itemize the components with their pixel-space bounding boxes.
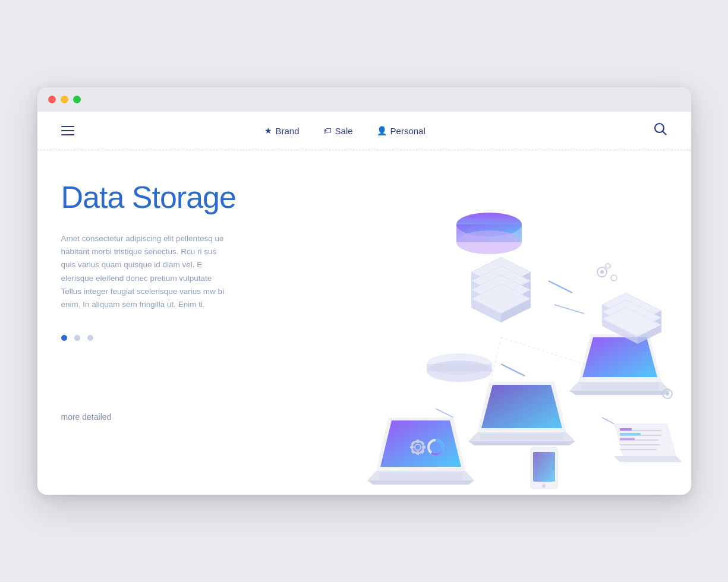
- svg-rect-44: [620, 433, 641, 435]
- search-button[interactable]: [654, 122, 667, 139]
- svg-point-49: [542, 484, 546, 488]
- dot-2[interactable]: [74, 335, 80, 341]
- isometric-illustration: [293, 162, 691, 495]
- user-icon: 👤: [377, 126, 387, 135]
- svg-line-1: [663, 132, 666, 135]
- svg-line-21: [436, 409, 453, 417]
- svg-rect-52: [417, 439, 419, 443]
- svg-line-17: [549, 281, 572, 293]
- nav-item-sale[interactable]: 🏷 Sale: [323, 126, 353, 136]
- hero-title: Data Storage: [61, 180, 299, 216]
- star-icon: ★: [264, 126, 272, 135]
- svg-line-18: [554, 305, 584, 314]
- svg-marker-33: [380, 420, 461, 467]
- svg-marker-30: [468, 441, 575, 445]
- minimize-button[interactable]: [61, 96, 68, 103]
- maximize-button[interactable]: [73, 96, 81, 103]
- dot-3[interactable]: [87, 335, 93, 341]
- dot-1[interactable]: [61, 335, 67, 341]
- sale-label: Sale: [335, 126, 353, 136]
- svg-line-19: [501, 364, 525, 376]
- svg-point-63: [600, 270, 604, 274]
- browser-window: ★ Brand 🏷 Sale 👤 Personal: [37, 87, 691, 495]
- svg-point-67: [666, 392, 669, 396]
- hero-section: Data Storage Amet consectetur adipiscing…: [37, 150, 691, 495]
- hamburger-menu[interactable]: [61, 126, 74, 135]
- svg-point-79: [427, 360, 492, 382]
- traffic-lights: [48, 96, 81, 112]
- slide-dots: [61, 335, 299, 341]
- svg-marker-23: [582, 337, 657, 377]
- nav-links: ★ Brand 🏷 Sale 👤 Personal: [264, 126, 426, 136]
- svg-marker-25: [569, 391, 670, 395]
- more-detailed-link[interactable]: more detailed: [61, 412, 299, 422]
- svg-marker-46: [614, 456, 682, 462]
- svg-marker-28: [481, 385, 562, 428]
- svg-rect-53: [417, 451, 419, 455]
- browser-chrome: [37, 87, 691, 112]
- personal-label: Personal: [390, 126, 426, 136]
- svg-rect-45: [620, 438, 635, 440]
- svg-rect-55: [422, 446, 426, 448]
- svg-rect-48: [533, 452, 555, 482]
- svg-rect-31: [480, 434, 563, 440]
- webpage: ★ Brand 🏷 Sale 👤 Personal: [37, 112, 691, 495]
- hero-content: Data Storage Amet consectetur adipiscing…: [61, 180, 299, 471]
- close-button[interactable]: [48, 96, 56, 103]
- nav-item-personal[interactable]: 👤 Personal: [377, 126, 426, 136]
- svg-rect-54: [410, 446, 414, 448]
- svg-rect-26: [581, 383, 658, 390]
- navbar: ★ Brand 🏷 Sale 👤 Personal: [37, 112, 691, 150]
- svg-line-80: [501, 337, 584, 364]
- hero-body: Amet consectetur adipiscing elit pellent…: [61, 232, 228, 312]
- svg-point-64: [611, 275, 617, 281]
- nav-item-brand[interactable]: ★ Brand: [264, 126, 300, 136]
- svg-marker-35: [367, 480, 474, 485]
- tag-icon: 🏷: [323, 126, 332, 135]
- brand-label: Brand: [276, 126, 300, 136]
- svg-rect-36: [379, 472, 462, 479]
- svg-rect-43: [620, 428, 632, 431]
- svg-point-65: [606, 264, 610, 268]
- svg-point-4: [456, 230, 522, 254]
